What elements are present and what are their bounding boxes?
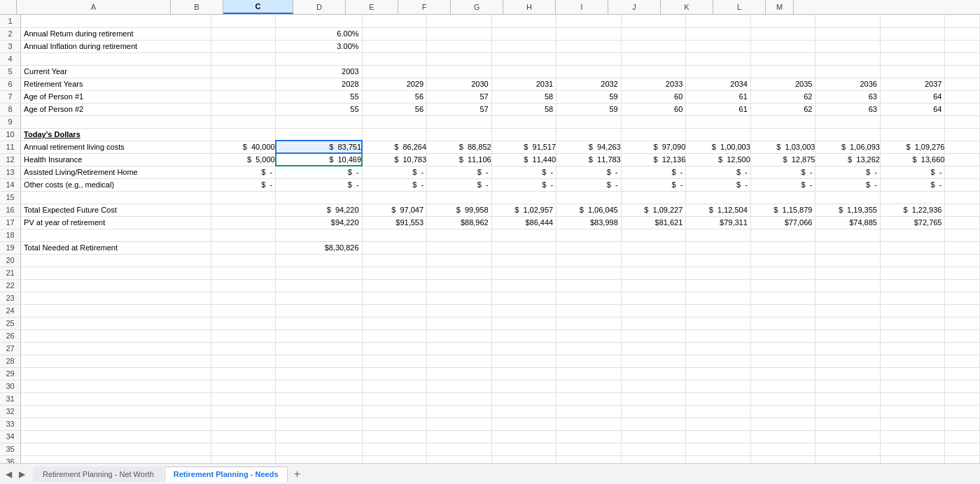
cell-i8[interactable]: 61 [686,103,751,115]
cell-h17[interactable]: $81,621 [621,216,686,229]
cell-c1[interactable] [276,15,362,27]
cell-c13[interactable]: $ - [276,166,362,178]
cell-k13[interactable]: $ - [816,166,881,178]
cell-a19[interactable]: Total Needed at Retirement [21,241,211,254]
cell-i11[interactable]: $ 1,00,003 [686,141,751,153]
cell-a7[interactable]: Age of Person #1 [21,90,211,103]
tab-needs[interactable]: Retirement Planning - Needs [164,467,288,482]
cell-d11[interactable]: $ 86,264 [362,141,427,153]
cell-i14[interactable]: $ - [686,178,751,191]
cell-e15[interactable] [427,191,492,204]
cell-a11[interactable]: Annual retirement living costs [21,141,211,153]
cell-h4[interactable] [621,52,686,65]
cell-d16[interactable]: $ 97,047 [362,204,427,216]
cell-d8[interactable]: 56 [362,103,427,115]
cell-a16[interactable]: Total Expected Future Cost [21,204,211,216]
cell-e10[interactable] [427,128,492,141]
cell-l12[interactable]: $ 13,660 [880,153,945,166]
cell-c14[interactable]: $ - [276,178,362,191]
cell-c6[interactable]: 2028 [276,78,362,90]
cell-i15[interactable] [686,191,751,204]
cell-h9[interactable] [621,115,686,128]
cell-m9[interactable] [945,115,980,128]
cell-f1[interactable] [491,15,556,27]
cell-b17[interactable] [211,216,276,229]
cell-e9[interactable] [427,115,492,128]
cell-e13[interactable]: $ - [427,166,492,178]
col-header-i[interactable]: I [556,0,608,14]
cell-a9[interactable] [21,115,211,128]
cell-c2[interactable]: 6.00% [276,27,362,40]
cell-f2[interactable] [491,27,556,40]
cell-k12[interactable]: $ 13,262 [816,153,881,166]
cell-i18[interactable] [686,229,751,241]
cell-c8[interactable]: 55 [276,103,362,115]
cell-e16[interactable]: $ 99,958 [427,204,492,216]
cell-k7[interactable]: 63 [816,90,881,103]
cell-c16[interactable]: $ 94,220 [276,204,362,216]
cell-m18[interactable] [945,229,980,241]
cell-m17[interactable] [945,216,980,229]
cell-b13[interactable]: $ - [211,166,276,178]
cell-b9[interactable] [211,115,276,128]
cell-k18[interactable] [816,229,881,241]
cell-d14[interactable]: $ - [362,178,427,191]
cell-a8[interactable]: Age of Person #2 [21,103,211,115]
cell-d19[interactable] [362,241,427,254]
cell-d7[interactable]: 56 [362,90,427,103]
col-header-j[interactable]: J [608,0,661,14]
cell-h16[interactable]: $ 1,09,227 [621,204,686,216]
cell-m15[interactable] [945,191,980,204]
cell-b12[interactable]: $ 5,000 [211,153,276,166]
cell-h2[interactable] [621,27,686,40]
cell-d1[interactable] [362,15,427,27]
cell-c9[interactable] [276,115,362,128]
cell-b16[interactable] [211,204,276,216]
cell-m6[interactable] [945,78,980,90]
cell-j3[interactable] [750,40,816,52]
cell-h14[interactable]: $ - [621,178,686,191]
cell-m3[interactable] [945,40,980,52]
cell-l4[interactable] [880,52,945,65]
cell-j18[interactable] [750,229,816,241]
cell-l6[interactable]: 2037 [880,78,945,90]
cell-b15[interactable] [211,191,276,204]
cell-f19[interactable] [491,241,556,254]
cell-l14[interactable]: $ - [880,178,945,191]
cell-m4[interactable] [945,52,980,65]
cell-c3[interactable]: 3.00% [276,40,362,52]
cell-k1[interactable] [816,15,881,27]
cell-h11[interactable]: $ 97,090 [621,141,686,153]
cell-l10[interactable] [880,128,945,141]
cell-c17[interactable]: $94,220 [276,216,362,229]
cell-j8[interactable]: 62 [750,103,816,115]
cell-l9[interactable] [880,115,945,128]
cell-m8[interactable] [945,103,980,115]
tab-nav-left[interactable]: ◀ [3,468,15,481]
cell-k2[interactable] [816,27,881,40]
cell-m19[interactable] [945,241,980,254]
cell-m16[interactable] [945,204,980,216]
cell-g5[interactable] [556,65,622,78]
cell-i7[interactable]: 61 [686,90,751,103]
cell-h10[interactable] [621,128,686,141]
cell-k3[interactable] [816,40,881,52]
cell-e17[interactable]: $88,962 [427,216,492,229]
cell-b1[interactable] [211,15,276,27]
cell-b14[interactable]: $ - [211,178,276,191]
cell-a17[interactable]: PV at year of retirement [21,216,211,229]
cell-e11[interactable]: $ 88,852 [427,141,492,153]
cell-l18[interactable] [880,229,945,241]
cell-g2[interactable] [556,27,622,40]
cell-f16[interactable]: $ 1,02,957 [491,204,556,216]
col-header-b[interactable]: B [171,0,223,14]
cell-k8[interactable]: 63 [816,103,881,115]
cell-f14[interactable]: $ - [491,178,556,191]
cell-f9[interactable] [491,115,556,128]
cell-f18[interactable] [491,229,556,241]
cell-b19[interactable] [211,241,276,254]
cell-i5[interactable] [686,65,751,78]
col-header-k[interactable]: K [661,0,713,14]
cell-f11[interactable]: $ 91,517 [491,141,556,153]
cell-a4[interactable] [21,52,211,65]
